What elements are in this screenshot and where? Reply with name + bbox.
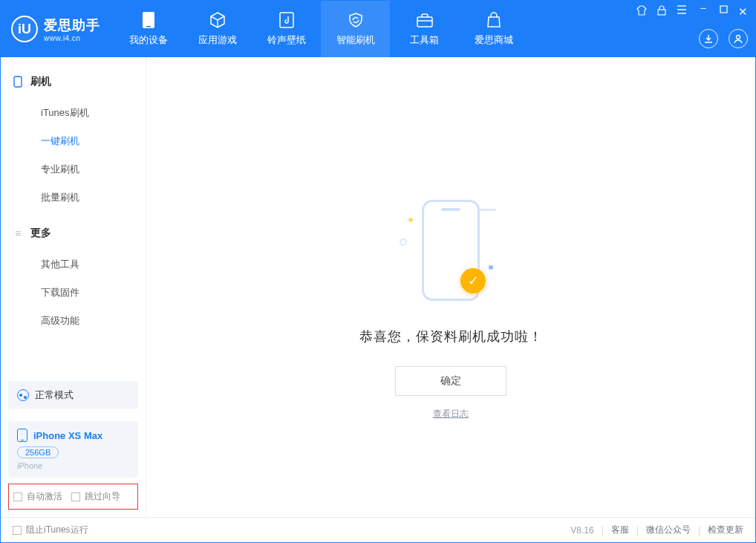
checkbox-skip-guide[interactable]: 跳过向导 [71,490,120,503]
success-message: 恭喜您，保资料刷机成功啦！ [359,328,543,345]
ok-button[interactable]: 确定 [395,366,506,396]
device-info-box[interactable]: iPhone XS Max 256GB iPhone [8,421,138,478]
link-support[interactable]: 客服 [611,524,629,536]
sidebar-item-download-firmware[interactable]: 下载固件 [1,279,146,307]
music-file-icon [278,11,296,29]
link-wechat[interactable]: 微信公众号 [646,524,691,536]
svg-rect-3 [417,17,432,27]
device-mode-label: 正常模式 [35,388,74,402]
svg-rect-4 [658,10,665,15]
download-button[interactable] [699,29,718,48]
device-subtitle: iPhone [17,461,129,470]
sidebar-item-pro-flash[interactable]: 专业刷机 [1,155,146,183]
sidebar-group-flash: 刷机 [1,69,146,94]
user-button[interactable] [729,29,748,48]
nav-smart-flash[interactable]: 智能刷机 [321,1,390,57]
phone-small-icon [13,76,23,88]
menu-icon[interactable] [677,5,687,19]
nav-toolbox[interactable]: 工具箱 [390,1,459,57]
svg-rect-0 [143,12,154,28]
maximize-button[interactable] [720,5,728,19]
sidebar-item-other-tools[interactable]: 其他工具 [1,250,146,279]
titlebar-right: － ✕ [636,1,755,57]
app-window: iU 爱思助手 www.i4.cn 我的设备 应用游戏 铃声壁纸 智能刷机 [0,0,756,543]
sidebar-item-itunes-flash[interactable]: iTunes刷机 [1,99,146,127]
device-name: iPhone XS Max [33,430,102,441]
body: 刷机 iTunes刷机 一键刷机 专业刷机 批量刷机 ≡ 更多 其他工具 下载固… [1,57,755,517]
svg-rect-7 [14,77,22,87]
mode-icon [17,389,29,401]
list-icon: ≡ [13,227,23,239]
sidebar-item-oneclick-flash[interactable]: 一键刷机 [1,127,146,155]
sidebar-item-batch-flash[interactable]: 批量刷机 [1,183,146,212]
lock-icon[interactable] [657,5,666,19]
view-log-link[interactable]: 查看日志 [433,408,469,420]
main-content: ✓ 恭喜您，保资料刷机成功啦！ 确定 查看日志 [146,57,755,517]
titlebar: iU 爱思助手 www.i4.cn 我的设备 应用游戏 铃声壁纸 智能刷机 [1,1,755,57]
sidebar-group-more: ≡ 更多 [1,221,146,246]
device-mode-box[interactable]: 正常模式 [8,381,138,409]
cube-icon [209,11,227,29]
toolbox-icon [416,11,434,29]
sidebar-item-advanced[interactable]: 高级功能 [1,307,146,335]
link-check-update[interactable]: 检查更新 [708,524,743,536]
checkbox-block-itunes[interactable]: 阻止iTunes运行 [13,524,88,536]
nav-my-device[interactable]: 我的设备 [114,1,183,57]
nav-ringtones-wallpapers[interactable]: 铃声壁纸 [252,1,321,57]
svg-rect-1 [146,26,151,27]
brand-logo-icon: iU [11,16,38,42]
sidebar: 刷机 iTunes刷机 一键刷机 专业刷机 批量刷机 ≡ 更多 其他工具 下载固… [1,57,146,517]
skin-icon[interactable] [636,5,647,19]
device-capacity: 256GB [17,446,59,458]
version-label: V8.16 [570,525,593,536]
brand-url: www.i4.cn [44,34,100,42]
close-button[interactable]: ✕ [738,5,748,19]
nav-apps-games[interactable]: 应用游戏 [183,1,252,57]
device-icon [140,11,157,29]
bag-icon [485,11,503,29]
flash-options-box: 自动激活 跳过向导 [8,484,138,510]
checkbox-auto-activate[interactable]: 自动激活 [13,490,62,503]
refresh-shield-icon [347,11,365,29]
device-phone-icon [17,429,27,442]
statusbar: 阻止iTunes运行 V8.16 | 客服 | 微信公众号 | 检查更新 [1,517,755,542]
window-controls: － ✕ [636,5,748,19]
svg-rect-5 [720,6,727,13]
brand-name: 爱思助手 [44,16,100,34]
brand: iU 爱思助手 www.i4.cn [1,1,114,57]
success-illustration: ✓ [395,191,506,310]
top-nav: 我的设备 应用游戏 铃声壁纸 智能刷机 工具箱 爱思商城 [114,1,528,57]
minimize-button[interactable]: － [697,5,709,19]
nav-store[interactable]: 爱思商城 [459,1,528,57]
svg-point-6 [737,36,740,39]
checkmark-badge-icon: ✓ [460,268,486,293]
